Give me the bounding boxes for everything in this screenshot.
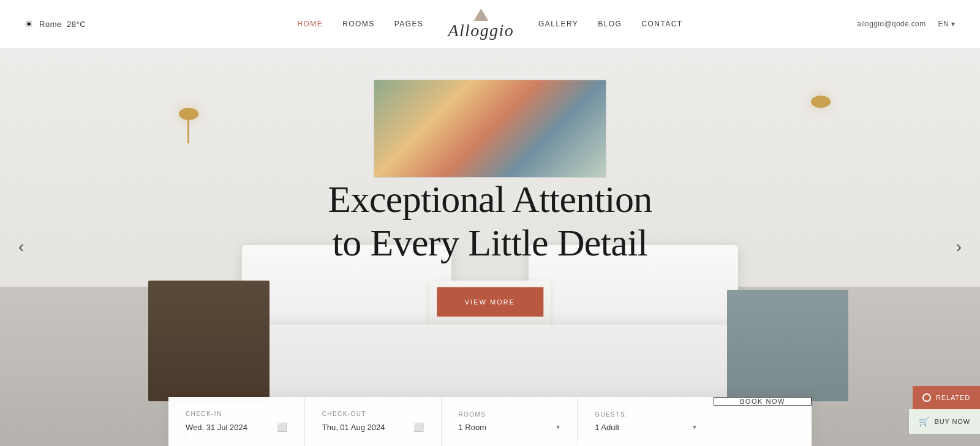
hero-section: Exceptional Attention to Every Little De… [0,48,980,446]
cart-icon: 🛒 [919,417,930,426]
lamp-arm-left [187,119,189,143]
nav-item-contact[interactable]: CONTACT [641,20,682,28]
calendar-icon-checkin: ⬜ [277,422,287,433]
guests-chevron-icon: ▾ [693,423,696,432]
main-header: ☀ Rome 28°C HOME ROOMS PAGES Alloggio GA… [0,0,980,48]
header-center: HOME ROOMS PAGES Alloggio GALLERY BLOG C… [297,9,682,39]
rooms-label: ROOMS [459,411,560,418]
lamp-right [809,96,833,132]
logo-container[interactable]: Alloggio [423,9,538,39]
hero-content: Exceptional Attention to Every Little De… [328,178,652,317]
slider-next-button[interactable]: › [950,231,968,263]
language-selector[interactable]: EN ▾ [938,20,956,28]
checkin-value: Wed, 31 Jul 2024 [186,423,272,432]
checkout-field[interactable]: CHECK-OUT Thu, 01 Aug 2024 ⬜ [305,397,442,446]
slider-prev-button[interactable]: ‹ [12,231,30,263]
chevron-down-icon: ▾ [951,20,956,28]
lamp-head-left-icon [179,108,198,120]
nav-left: HOME ROOMS PAGES [297,20,423,28]
nav-item-blog[interactable]: BLOG [598,20,622,28]
weather-icon: ☀ [24,18,33,30]
nav-item-pages[interactable]: PAGES [394,20,424,28]
checkin-label: CHECK-IN [186,410,287,417]
calendar-icon-checkout: ⬜ [413,422,424,433]
checkout-value: Thu, 01 Aug 2024 [322,423,409,432]
book-now-button[interactable]: BOOK NOW [714,397,812,406]
nav-item-rooms[interactable]: ROOMS [342,20,375,28]
related-button[interactable]: RELATED [913,386,980,409]
checkout-label: CHECK-OUT [322,410,424,417]
guests-label: GUESTS: [595,411,696,418]
view-more-button[interactable]: VIEW MORE [437,287,543,316]
lamp-left [176,108,201,145]
header-location: Rome 28°C [39,20,86,29]
header-email: alloggio@qode.com [857,20,925,28]
logo-triangle-icon [473,9,488,21]
rooms-value: 1 Room [459,423,552,432]
header-left: ☀ Rome 28°C [24,18,123,30]
buy-now-button[interactable]: 🛒 BUY NOW [909,409,980,434]
guests-field[interactable]: GUESTS: 1 Adult ▾ [578,398,714,445]
guests-value: 1 Adult [595,423,688,432]
checkin-field[interactable]: CHECK-IN Wed, 31 Jul 2024 ⬜ [168,397,305,446]
logo-text: Alloggio [448,22,514,39]
header-right: alloggio@qode.com EN ▾ [845,20,956,28]
lamp-head-right-icon [811,96,831,108]
related-widget: RELATED 🛒 BUY NOW [909,386,980,434]
circle-icon [922,393,931,402]
booking-bar: CHECK-IN Wed, 31 Jul 2024 ⬜ CHECK-OUT Th… [168,397,812,446]
nav-item-home[interactable]: HOME [297,20,323,28]
nav-right: GALLERY BLOG CONTACT [538,20,683,28]
nightstand-right [727,290,848,401]
rooms-field[interactable]: ROOMS 1 Room ▾ [442,398,578,445]
rooms-chevron-icon: ▾ [556,423,560,432]
hero-title: Exceptional Attention to Every Little De… [328,178,652,265]
nav-item-gallery[interactable]: GALLERY [538,20,578,28]
nightstand-left [148,281,270,402]
